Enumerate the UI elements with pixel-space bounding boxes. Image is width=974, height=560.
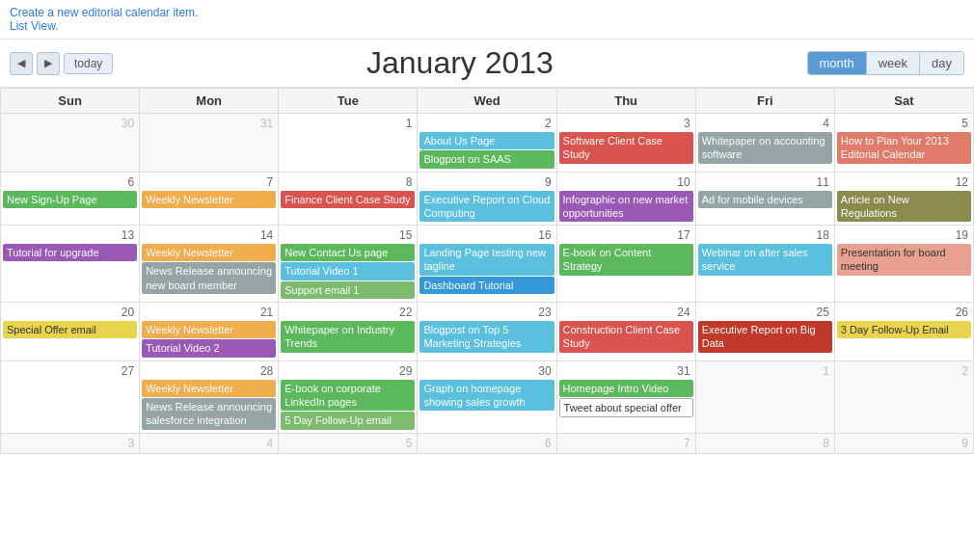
calendar-cell: 19Presentation for board meeting	[834, 226, 973, 303]
calendar-event[interactable]: Presentation for board meeting	[837, 244, 971, 276]
calendar-event[interactable]: Article on New Regulations	[837, 191, 971, 223]
calendar-event[interactable]: Support email 1	[281, 281, 415, 299]
calendar-event[interactable]: Whitepaper on accounting software	[698, 132, 832, 164]
day-number: 17	[559, 227, 693, 243]
day-number: 31	[142, 116, 276, 131]
weekday-header-sat: Sat	[834, 89, 973, 114]
calendar-event[interactable]: Construction Client Case Study	[559, 321, 693, 353]
calendar-event[interactable]: Graph on homepage showing sales growth	[419, 380, 554, 412]
day-number: 28	[142, 363, 276, 379]
calendar-event[interactable]: Webinar on after sales service	[698, 244, 832, 276]
day-number: 6	[419, 436, 554, 451]
day-number: 3	[559, 116, 693, 131]
calendar-event[interactable]: Tutorial Video 1	[281, 262, 415, 280]
calendar-cell: 25Executive Report on Big Data	[695, 303, 834, 361]
create-link[interactable]: Create a new editorial calendar item.	[10, 6, 198, 19]
calendar-cell: 263 Day Follow-Up Email	[834, 303, 973, 361]
day-number: 24	[559, 305, 693, 320]
day-number: 9	[837, 436, 971, 451]
day-number: 20	[3, 305, 137, 320]
calendar-cell: 31Homepage Intro VideoTweet about specia…	[556, 360, 695, 433]
day-number: 2	[837, 363, 971, 379]
calendar-cell: 6New Sign-Up Page	[1, 172, 140, 226]
calendar-cell: 5	[279, 433, 418, 453]
calendar-event[interactable]: Weekly Newsletter	[142, 321, 276, 338]
calendar-event[interactable]: News Release announcing salesforce integ…	[142, 398, 276, 430]
calendar-event[interactable]: Weekly Newsletter	[142, 244, 276, 261]
calendar-cell: 3	[1, 433, 140, 453]
calendar-event[interactable]: E-book on Content Strategy	[559, 244, 693, 276]
calendar-event[interactable]: Homepage Intro Video	[559, 380, 693, 397]
calendar-event[interactable]: Special Offer email	[3, 321, 137, 338]
calendar-event[interactable]: 3 Day Follow-Up Email	[837, 321, 971, 338]
day-number: 5	[837, 116, 971, 131]
day-number: 1	[698, 363, 832, 379]
day-number: 23	[419, 305, 554, 320]
calendar-cell: 4Whitepaper on accounting software	[695, 114, 834, 173]
today-btn[interactable]: today	[64, 53, 113, 74]
calendar-cell: 7	[556, 433, 695, 453]
day-number: 10	[559, 174, 693, 190]
day-number: 8	[281, 174, 415, 190]
calendar-event[interactable]: New Contact Us page	[281, 244, 415, 261]
month-title: January 2013	[113, 45, 806, 81]
day-number: 15	[281, 227, 415, 243]
calendar-cell: 10Infographic on new market opportunitie…	[556, 172, 695, 226]
day-number: 1	[281, 116, 415, 131]
calendar-event[interactable]: Blogpost on Top 5 Marketing Strategies	[419, 321, 554, 353]
calendar-event[interactable]: Whitepaper on Industry Trends	[281, 321, 415, 353]
calendar-event[interactable]: Weekly Newsletter	[142, 380, 276, 397]
calendar-event[interactable]: How to Plan Your 2013 Editorial Calendar	[837, 132, 971, 164]
calendar-event[interactable]: Infographic on new market opportunities	[559, 191, 693, 223]
next-btn[interactable]: ▶	[37, 52, 60, 75]
weekday-header-mon: Mon	[140, 89, 279, 114]
calendar-event[interactable]: E-book on corporate LinkedIn pages	[281, 380, 415, 412]
month-view-btn[interactable]: month	[808, 52, 867, 74]
calendar-event[interactable]: New Sign-Up Page	[3, 191, 137, 208]
day-number: 2	[419, 116, 554, 131]
calendar-event[interactable]: Tweet about special offer	[559, 398, 693, 417]
calendar-event[interactable]: Executive Report on Big Data	[698, 321, 832, 353]
calendar-cell: 8Finance Client Case Study	[279, 172, 418, 226]
calendar-cell: 3Software Client Case Study	[556, 114, 695, 173]
calendar-cell: 2	[834, 360, 973, 433]
calendar-cell: 1	[695, 360, 834, 433]
calendar-cell: 5How to Plan Your 2013 Editorial Calenda…	[834, 114, 973, 173]
calendar-event[interactable]: Finance Client Case Study	[281, 191, 415, 208]
day-number: 25	[698, 305, 832, 320]
calendar-cell: 30	[1, 114, 140, 173]
day-number: 4	[142, 436, 276, 451]
calendar-event[interactable]: Dashboard Tutorial	[419, 277, 554, 294]
calendar-event[interactable]: 5 Day Follow-Up email	[281, 412, 415, 429]
calendar-cell: 9Executive Report on Cloud Computing	[418, 172, 556, 226]
calendar-event[interactable]: News Release announcing new board member	[142, 262, 276, 294]
calendar-event[interactable]: Tutorial Video 2	[142, 339, 276, 357]
calendar-event[interactable]: Tutorial for upgrade	[3, 244, 137, 261]
calendar-cell: 23Blogpost on Top 5 Marketing Strategies	[418, 303, 556, 361]
calendar-event[interactable]: Blogpost on SAAS	[419, 150, 554, 168]
calendar-cell: 6	[418, 433, 556, 453]
prev-btn[interactable]: ◀	[10, 52, 33, 75]
day-number: 31	[559, 363, 693, 379]
calendar-event[interactable]: Weekly Newsletter	[142, 191, 276, 208]
calendar-event[interactable]: About Us Page	[419, 132, 554, 149]
calendar-event[interactable]: Executive Report on Cloud Computing	[419, 191, 554, 223]
calendar-event[interactable]: Ad for mobile devices	[698, 191, 832, 208]
day-number: 22	[281, 305, 415, 320]
calendar-cell: 17E-book on Content Strategy	[556, 226, 695, 303]
calendar-cell: 11Ad for mobile devices	[695, 172, 834, 226]
list-view-link[interactable]: List View.	[10, 19, 58, 33]
week-view-btn[interactable]: week	[867, 52, 920, 74]
day-number: 30	[419, 363, 554, 379]
day-number: 7	[559, 436, 693, 451]
calendar-cell: 24Construction Client Case Study	[556, 303, 695, 361]
calendar-event[interactable]: Software Client Case Study	[559, 132, 693, 164]
day-number: 30	[3, 116, 137, 131]
calendar-cell: 29E-book on corporate LinkedIn pages5 Da…	[279, 360, 418, 433]
day-view-btn[interactable]: day	[920, 52, 963, 74]
calendar-event[interactable]: Landing Page testing new tagline	[419, 244, 554, 276]
day-number: 29	[281, 363, 415, 379]
day-number: 11	[698, 174, 832, 190]
calendar-cell: 7Weekly Newsletter	[140, 172, 279, 226]
calendar-cell: 31	[140, 114, 279, 173]
